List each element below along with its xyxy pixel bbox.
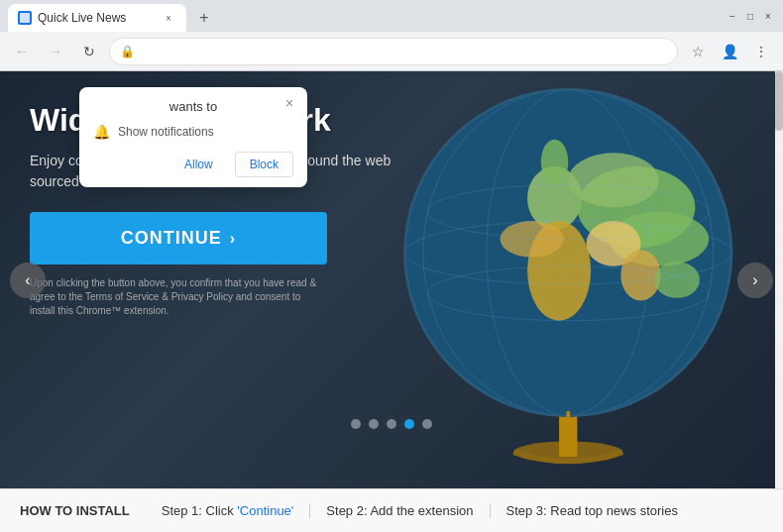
right-arrow-icon: › — [752, 271, 757, 289]
carousel-dot-2[interactable] — [369, 419, 379, 429]
block-button[interactable]: Block — [235, 152, 293, 177]
popup-title: wants to — [93, 99, 293, 114]
popup-row: 🔔 Show notifications — [93, 124, 293, 140]
new-tab-button[interactable]: + — [190, 4, 218, 32]
webpage: × wants to 🔔 Show notifications Allow Bl… — [0, 71, 783, 488]
carousel-dot-5[interactable] — [422, 419, 432, 429]
forward-button[interactable]: → — [42, 38, 69, 65]
bottom-bar: HOW TO INSTALL Step 1: Click 'Continue' … — [0, 488, 783, 532]
continue-button[interactable]: CONTINUE › — [30, 212, 327, 265]
carousel-dot-4[interactable] — [404, 419, 414, 429]
profile-button[interactable]: 👤 — [716, 38, 743, 65]
bell-icon: 🔔 — [93, 124, 110, 140]
url-box[interactable]: 🔒 — [109, 38, 678, 65]
step1-prefix: Step 1: Click — [162, 503, 238, 518]
carousel-dot-3[interactable] — [387, 419, 396, 429]
svg-point-11 — [654, 262, 700, 298]
title-bar: Quick Live News × + − □ × — [0, 0, 783, 32]
tab-title: Quick Live News — [38, 11, 155, 25]
tab-close-button[interactable]: × — [161, 10, 176, 26]
step-2: Step 2: Add the extension — [310, 503, 490, 518]
allow-button[interactable]: Allow — [170, 152, 227, 177]
back-button[interactable]: ← — [8, 38, 36, 65]
maximize-button[interactable]: □ — [743, 9, 757, 23]
how-to-label: HOW TO INSTALL — [20, 503, 130, 518]
continue-label: CONTINUE — [121, 228, 222, 249]
scrollbar-thumb[interactable] — [775, 71, 783, 131]
step1-link: 'Continue' — [237, 503, 293, 518]
continue-arrow-icon: › — [230, 230, 236, 248]
step-1: Step 1: Click 'Continue' — [146, 503, 311, 518]
prev-slide-button[interactable]: ‹ — [10, 263, 46, 298]
close-button[interactable]: × — [761, 9, 775, 23]
popup-message: Show notifications — [118, 125, 214, 139]
carousel-dots — [351, 419, 432, 429]
tab-favicon — [18, 11, 32, 25]
left-arrow-icon: ‹ — [25, 271, 30, 289]
chrome-window: Quick Live News × + − □ × ← → ↻ 🔒 ☆ 👤 ⋮ … — [0, 0, 783, 532]
next-slide-button[interactable]: › — [737, 263, 773, 298]
minimize-button[interactable]: − — [726, 9, 739, 23]
menu-button[interactable]: ⋮ — [747, 38, 775, 65]
svg-point-13 — [540, 140, 567, 185]
disclaimer-text: Upon clicking the button above, you conf… — [30, 276, 327, 318]
step-3: Step 3: Read top news stories — [491, 503, 694, 518]
popup-actions: Allow Block — [93, 152, 293, 177]
lock-icon: 🔒 — [120, 45, 135, 58]
notification-popup: × wants to 🔔 Show notifications Allow Bl… — [79, 87, 307, 187]
scrollbar-track — [775, 71, 783, 488]
address-bar: ← → ↻ 🔒 ☆ 👤 ⋮ — [0, 32, 783, 71]
popup-close-button[interactable]: × — [280, 93, 299, 113]
window-controls: − □ × — [726, 9, 775, 23]
refresh-button[interactable]: ↻ — [75, 38, 103, 65]
address-actions: ☆ 👤 ⋮ — [684, 38, 775, 65]
carousel-dot-1[interactable] — [351, 419, 361, 429]
svg-rect-0 — [20, 13, 30, 23]
active-tab[interactable]: Quick Live News × — [8, 4, 186, 32]
tab-strip: Quick Live News × + — [8, 0, 718, 32]
bookmark-button[interactable]: ☆ — [684, 38, 712, 65]
svg-point-10 — [620, 250, 660, 300]
